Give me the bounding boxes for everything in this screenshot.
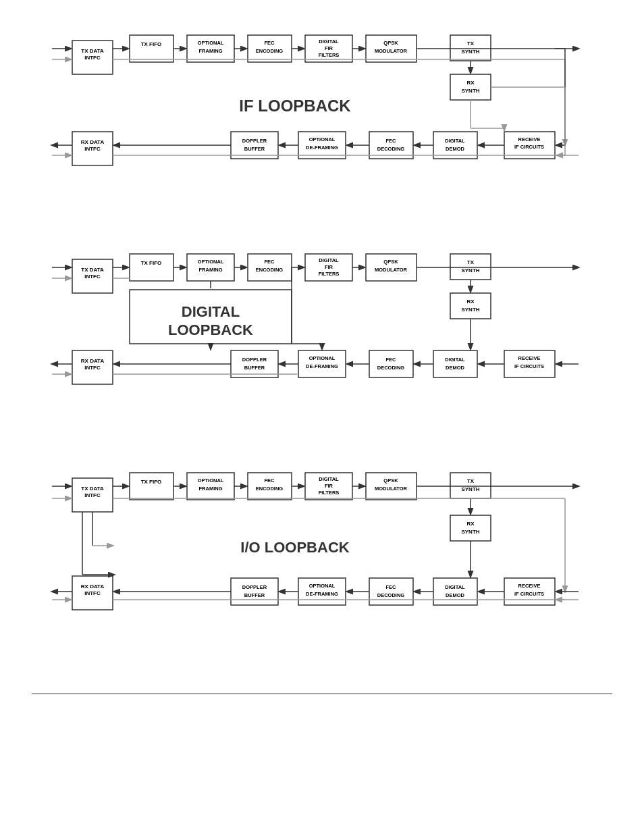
svg-rect-110 (231, 350, 278, 377)
svg-text:TX FIFO: TX FIFO (141, 479, 162, 485)
svg-text:INTFC: INTFC (84, 492, 101, 498)
svg-text:INTFC: INTFC (84, 590, 101, 596)
svg-text:BUFFER: BUFFER (244, 365, 265, 371)
svg-text:DE-FRAMING: DE-FRAMING (306, 145, 338, 151)
svg-text:OPTIONAL: OPTIONAL (309, 136, 336, 142)
svg-rect-30 (433, 132, 477, 159)
svg-text:FEC: FEC (265, 40, 275, 46)
svg-text:FRAMING: FRAMING (199, 48, 223, 54)
svg-text:TX DATA: TX DATA (81, 486, 104, 492)
svg-text:DECODING: DECODING (377, 146, 405, 152)
svg-text:TX DATA: TX DATA (81, 267, 104, 273)
svg-text:RECEIVE: RECEIVE (518, 355, 541, 361)
svg-text:TX: TX (467, 478, 475, 484)
svg-rect-6 (130, 35, 173, 62)
svg-rect-33 (369, 132, 413, 159)
svg-text:QPSK: QPSK (383, 259, 398, 265)
svg-text:IF LOOPBACK: IF LOOPBACK (239, 97, 351, 115)
svg-rect-171 (433, 578, 477, 605)
svg-text:DEMOD: DEMOD (446, 592, 465, 598)
svg-text:FIR: FIR (325, 264, 333, 270)
svg-text:FEC: FEC (386, 138, 397, 144)
svg-text:RECEIVE: RECEIVE (518, 583, 541, 589)
svg-text:I/O LOOPBACK: I/O LOOPBACK (240, 539, 349, 556)
svg-rect-162 (450, 473, 491, 498)
svg-rect-92 (450, 254, 491, 280)
svg-text:QPSK: QPSK (383, 40, 398, 46)
svg-rect-165 (450, 515, 491, 541)
svg-text:RX DATA: RX DATA (81, 358, 105, 364)
svg-text:OPTIONAL: OPTIONAL (198, 477, 224, 484)
svg-text:DOPPLER: DOPPLER (242, 138, 267, 144)
svg-text:SYNTH: SYNTH (461, 529, 479, 535)
svg-text:OPTIONAL: OPTIONAL (309, 355, 336, 361)
svg-text:IF CIRCUITS: IF CIRCUITS (514, 591, 544, 597)
svg-text:INTFC: INTFC (84, 365, 101, 371)
svg-text:FRAMING: FRAMING (199, 486, 223, 492)
svg-text:FILTERS: FILTERS (319, 271, 340, 277)
svg-text:DECODING: DECODING (377, 365, 405, 371)
svg-text:ENCODING: ENCODING (256, 267, 284, 273)
svg-text:SYNTH: SYNTH (461, 486, 479, 492)
svg-text:FIR: FIR (325, 45, 333, 51)
svg-rect-174 (369, 578, 413, 605)
svg-text:INTFC: INTFC (84, 146, 101, 152)
svg-text:MODULATOR: MODULATOR (375, 48, 408, 54)
svg-text:INTFC: INTFC (84, 273, 101, 280)
svg-text:QPSK: QPSK (383, 477, 398, 484)
svg-rect-39 (231, 132, 278, 159)
svg-text:FEC: FEC (265, 477, 275, 484)
svg-text:RX: RX (466, 80, 475, 86)
svg-text:RX DATA: RX DATA (81, 139, 105, 145)
svg-rect-95 (450, 293, 491, 319)
svg-text:FRAMING: FRAMING (199, 267, 223, 273)
svg-text:SYNTH: SYNTH (461, 267, 479, 273)
svg-text:SYNTH: SYNTH (461, 49, 479, 55)
svg-text:SYNTH: SYNTH (461, 307, 479, 313)
svg-text:BUFFER: BUFFER (244, 592, 265, 598)
svg-text:OPTIONAL: OPTIONAL (198, 40, 224, 46)
svg-text:DIGITAL: DIGITAL (445, 357, 465, 363)
svg-text:DIGITAL: DIGITAL (319, 257, 339, 263)
svg-text:TX: TX (467, 41, 475, 47)
svg-text:ENCODING: ENCODING (256, 48, 284, 54)
svg-rect-180 (231, 578, 278, 605)
svg-text:DEMOD: DEMOD (446, 146, 465, 152)
svg-rect-147 (130, 473, 173, 500)
svg-text:FEC: FEC (386, 357, 397, 363)
svg-text:SYNTH: SYNTH (461, 88, 479, 94)
diagram-if-loopback: TX DATA INTFC RX DATA INTFC TX FIFO OPTI… (18, 20, 626, 219)
svg-text:IF CIRCUITS: IF CIRCUITS (514, 363, 544, 369)
svg-rect-77 (130, 254, 173, 281)
svg-text:DEMOD: DEMOD (446, 365, 465, 371)
svg-text:MODULATOR: MODULATOR (375, 486, 408, 492)
svg-text:DIGITAL: DIGITAL (445, 584, 465, 590)
svg-text:FIR: FIR (325, 483, 333, 489)
svg-text:FILTERS: FILTERS (319, 52, 340, 58)
bottom-divider (32, 694, 612, 694)
svg-text:RX: RX (466, 521, 475, 527)
svg-text:DE-FRAMING: DE-FRAMING (306, 591, 338, 597)
svg-text:TX DATA: TX DATA (81, 48, 104, 54)
svg-text:ENCODING: ENCODING (256, 486, 284, 492)
svg-text:RECEIVE: RECEIVE (518, 136, 541, 142)
svg-text:INTFC: INTFC (84, 55, 101, 61)
diagram-io-loopback: TX DATA INTFC RX DATA INTFC TX FIFO OPTI… (18, 458, 626, 667)
svg-text:TX FIFO: TX FIFO (141, 260, 162, 266)
svg-text:DIGITAL: DIGITAL (182, 303, 240, 320)
svg-text:TX: TX (467, 259, 475, 265)
svg-text:FEC: FEC (386, 584, 397, 590)
svg-text:DE-FRAMING: DE-FRAMING (306, 363, 338, 369)
svg-text:DOPPLER: DOPPLER (242, 357, 267, 363)
svg-text:LOOPBACK: LOOPBACK (168, 321, 253, 338)
svg-text:DIGITAL: DIGITAL (445, 138, 465, 144)
svg-rect-21 (450, 35, 491, 61)
svg-text:DIGITAL: DIGITAL (319, 38, 339, 45)
svg-text:DECODING: DECODING (377, 592, 405, 598)
svg-text:DOPPLER: DOPPLER (242, 584, 267, 590)
svg-rect-101 (433, 350, 477, 377)
svg-text:DIGITAL: DIGITAL (319, 476, 339, 482)
diagram-digital-loopback: TX DATA INTFC RX DATA INTFC TX FIFO OPTI… (18, 239, 626, 438)
svg-text:TX FIFO: TX FIFO (141, 41, 162, 47)
svg-text:FILTERS: FILTERS (319, 490, 340, 496)
